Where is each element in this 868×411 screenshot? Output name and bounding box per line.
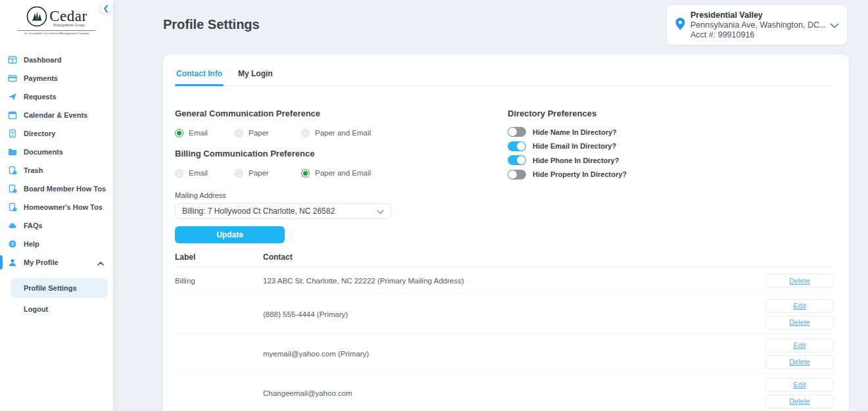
hide-email-toggle[interactable] (508, 141, 526, 151)
chevron-down-icon (377, 205, 384, 217)
mailing-address-label: Mailing Address (175, 191, 506, 199)
toggle-knob (508, 128, 517, 136)
sidebar-item-label: Requests (24, 93, 57, 101)
toggle-row-hide-property: Hide Property In Directory? (508, 170, 627, 180)
contacts-table: Label Contact Billing 123 ABC St. Charlo… (175, 253, 834, 411)
radio-label: Email (189, 129, 208, 137)
general-communication-title: General Communication Preference (175, 109, 506, 118)
sidebar-item-faqs[interactable]: FAQs (0, 216, 113, 235)
howto-doc-icon (8, 203, 17, 212)
radio-option-paper[interactable]: Paper (235, 129, 301, 137)
sidebar-item-label: Board Member How Tos (24, 185, 106, 193)
payments-icon (8, 74, 17, 83)
hide-property-toggle[interactable] (508, 170, 526, 180)
sidebar-nav: Dashboard Payments Requests Calendar & E… (0, 51, 113, 319)
profile-settings-card: Contact Info My Login General Communicat… (163, 55, 849, 411)
radio-label: Paper and Email (315, 169, 371, 177)
column-header-label: Label (175, 253, 263, 262)
sidebar-item-payments[interactable]: Payments (0, 69, 113, 87)
sidebar-item-directory[interactable]: Directory (0, 124, 113, 143)
edit-button[interactable]: Edit (765, 299, 834, 313)
sidebar-item-dashboard[interactable]: Dashboard (0, 51, 113, 69)
edit-button[interactable]: Edit (765, 339, 834, 352)
brand-tagline: An Accredited Association Management Com… (18, 30, 95, 35)
update-button[interactable]: Update (175, 226, 285, 243)
location-pin-icon (675, 17, 686, 34)
chevron-up-icon (97, 256, 104, 268)
radio-option-email[interactable]: Email (175, 169, 235, 178)
sidebar-subitem-profile-settings[interactable]: Profile Settings (11, 278, 108, 298)
trash-doc-icon (8, 166, 17, 175)
page-header: Profile Settings Presidential Valley Pen… (163, 0, 849, 55)
radio-unselected-icon (175, 169, 183, 178)
delete-button[interactable]: Delete (765, 395, 834, 408)
directory-preferences-title: Directory Preferences (508, 109, 627, 118)
mailing-address-select[interactable]: Billing: 7 Hollywood Ct Charlotte, NC 26… (175, 203, 391, 219)
edit-button[interactable]: Edit (765, 378, 834, 392)
radio-option-paper[interactable]: Paper (235, 169, 301, 178)
main-content: Profile Settings Presidential Valley Pen… (113, 0, 868, 411)
property-selector[interactable]: Presidential Valley Pennsylvania Ave, Wa… (667, 5, 847, 45)
subitem-label: Logout (24, 305, 48, 313)
table-row: (888) 555-4444 (Primary) Edit Delete (175, 295, 834, 334)
sidebar-item-trash[interactable]: Trash (0, 161, 113, 180)
folder-icon (8, 147, 17, 157)
property-account: Acct #: 99910916 (690, 30, 826, 40)
chevron-down-icon (830, 19, 839, 31)
property-name: Presidential Valley (690, 11, 826, 20)
radio-option-paper-and-email[interactable]: Paper and Email (301, 169, 371, 178)
sidebar-item-board-member-how-tos[interactable]: Board Member How Tos (0, 180, 113, 198)
toggle-row-hide-email: Hide Email In Directory? (508, 141, 627, 151)
tab-label: My Login (238, 69, 273, 78)
person-icon (8, 258, 17, 267)
delete-button[interactable]: Delete (765, 355, 834, 369)
collapse-sidebar-button[interactable]: ❮ (100, 2, 112, 14)
sidebar-item-calendar-events[interactable]: Calendar & Events (0, 106, 113, 124)
property-address: Pennsylvania Ave, Washington, DC... (690, 20, 826, 30)
sidebar-item-requests[interactable]: Requests (0, 87, 113, 106)
directory-icon (8, 129, 17, 138)
sidebar-item-label: Dashboard (24, 56, 61, 64)
row-contact: (888) 555-4444 (Primary) (263, 310, 765, 318)
sidebar-subitem-logout[interactable]: Logout (11, 299, 108, 319)
toggle-label: Hide Name In Directory? (533, 128, 617, 136)
sidebar-item-my-profile[interactable]: My Profile (0, 253, 113, 272)
table-header: Label Contact (175, 253, 834, 267)
radio-selected-icon (175, 129, 183, 137)
sidebar-item-label: Payments (24, 74, 58, 82)
toggle-row-hide-name: Hide Name In Directory? (508, 127, 627, 137)
dashboard-icon (8, 55, 17, 64)
radio-unselected-icon (235, 129, 243, 137)
tab-my-login[interactable]: My Login (237, 69, 274, 85)
sidebar-item-documents[interactable]: Documents (0, 143, 113, 161)
radio-selected-icon (301, 169, 310, 178)
radio-option-paper-and-email[interactable]: Paper and Email (301, 129, 371, 137)
directory-preferences-section: Directory Preferences Hide Name In Direc… (506, 109, 627, 243)
sidebar-item-homeowners-how-tos[interactable]: Homeowner's How Tos (0, 198, 113, 216)
sidebar-item-label: Homeowner's How Tos (24, 203, 103, 211)
toggle-label: Hide Email In Directory? (533, 142, 616, 150)
hide-name-toggle[interactable] (508, 127, 526, 137)
delete-button[interactable]: Delete (765, 274, 834, 287)
billing-communication-options: Email Paper Paper and Email (175, 166, 506, 180)
sidebar-item-label: FAQs (24, 222, 43, 230)
table-row: myemail@yahoo.com (Primary) Edit Delete (175, 334, 834, 374)
brand-logo: Cedar Management Group An Accredited Ass… (18, 5, 95, 35)
row-contact: Changeemail@yahoo.com (263, 389, 765, 397)
radio-label: Paper (249, 129, 269, 137)
column-header-contact: Contact (263, 253, 765, 262)
sidebar-item-help[interactable]: ? Help (0, 235, 113, 253)
mailing-address-value: Billing: 7 Hollywood Ct Charlotte, NC 26… (182, 206, 335, 216)
tab-label: Contact Info (176, 69, 222, 78)
delete-button[interactable]: Delete (765, 316, 834, 329)
sidebar-item-label: Documents (24, 148, 63, 156)
howto-doc-icon (8, 184, 17, 193)
radio-label: Paper and Email (315, 129, 371, 137)
tab-contact-info[interactable]: Contact Info (175, 69, 224, 85)
toggle-knob (508, 170, 517, 179)
sidebar: ❮ Cedar Management Group An Accredited A… (0, 0, 113, 411)
toggle-label: Hide Phone In Directory? (533, 157, 619, 164)
hide-phone-toggle[interactable] (508, 155, 526, 165)
brand-subtitle: Management Group (49, 23, 84, 27)
radio-option-email[interactable]: Email (175, 129, 235, 137)
